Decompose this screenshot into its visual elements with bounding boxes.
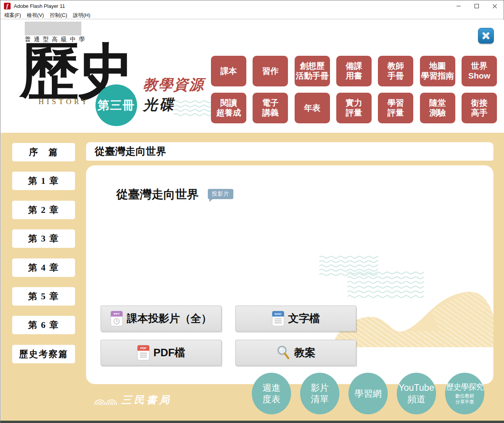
publisher-name: 三民書局 [121, 393, 172, 407]
minimize-icon [456, 6, 461, 6]
weekly-progress-link[interactable]: 週進 度表 [252, 373, 291, 414]
section-heading-bar: 從臺灣走向世界 [86, 142, 493, 161]
tagline-resources: 教學資源 [143, 75, 204, 95]
slides-tag: 投影片 [208, 189, 233, 199]
sidebar-item-ch3[interactable]: 第 3 章 [12, 229, 75, 248]
wave-decoration-icon [174, 99, 215, 117]
sidebar-item-intro[interactable]: 序 篇 [12, 143, 75, 161]
ppt-file-icon: PPT [110, 311, 123, 326]
nav-world-show[interactable]: 世界 Show [462, 56, 497, 86]
sanmin-arches-icon [94, 395, 118, 405]
pdf-file-button[interactable]: PDF PDF檔 [101, 340, 222, 366]
section-heading: 從臺灣走向世界 [95, 145, 166, 158]
nav-lesson-prep-book[interactable]: 備課 用書 [336, 56, 372, 86]
close-app-x-icon [480, 30, 491, 41]
svg-text:PPT: PPT [114, 312, 120, 316]
file-buttons: PPT 課本投影片（全） DOC 文字檔 [101, 306, 356, 366]
magnifier-icon [276, 345, 290, 360]
slides-all-button[interactable]: PPT 課本投影片（全） [101, 306, 222, 331]
window-controls [449, 0, 504, 11]
doc-file-icon: DOC [272, 311, 284, 326]
nav-reading-training[interactable]: 閱讀 超養成 [211, 93, 246, 123]
title-bar: f Adobe Flash Player 11 [0, 0, 504, 11]
youtube-channel-link[interactable]: YouTube 頻道 [397, 373, 436, 414]
nav-e-lecture-notes[interactable]: 電子 講義 [253, 93, 288, 123]
svg-text:DOC: DOC [275, 312, 282, 316]
nav-bridging-master[interactable]: 銜接 高手 [462, 93, 497, 123]
menu-bar: 檔案(F) 檢視(V) 控制(C) 說明(H) [0, 11, 504, 19]
close-app-button[interactable] [478, 28, 494, 44]
publisher-logo: 三民書局 [94, 393, 172, 407]
menu-control[interactable]: 控制(C) [50, 12, 67, 19]
text-file-button[interactable]: DOC 文字檔 [235, 306, 356, 331]
window-title: Adobe Flash Player 11 [14, 3, 65, 9]
nav-map-study-guide[interactable]: 地圖 學習指南 [420, 56, 455, 86]
sidebar-item-field-study[interactable]: 歷史考察篇 [12, 345, 75, 363]
nav-chronology[interactable]: 年表 [295, 93, 330, 123]
video-list-link[interactable]: 影片 清單 [300, 373, 339, 414]
sidebar-item-ch5[interactable]: 第 5 章 [12, 287, 75, 306]
publisher-logo-placeholder [25, 22, 81, 35]
pdf-file-label: PDF檔 [154, 346, 185, 360]
history-inquiry-platform-link[interactable]: 歷史學探究 數位教材 分享平臺 [445, 373, 484, 414]
subject-logo-english: HISTORY [38, 97, 90, 106]
pdf-file-icon: PDF [137, 345, 150, 361]
sidebar-item-ch4[interactable]: 第 4 章 [12, 258, 75, 277]
nav-ability-assessment[interactable]: 實力 評量 [336, 93, 372, 123]
menu-file[interactable]: 檔案(F) [4, 12, 21, 19]
nav-workbook[interactable]: 習作 [253, 56, 288, 86]
flash-player-window: f Adobe Flash Player 11 檔案(F) 檢視(V) 控制(C… [0, 0, 504, 423]
close-icon [493, 4, 497, 8]
nav-quiz[interactable]: 隨堂 測驗 [420, 93, 455, 123]
lesson-plan-button[interactable]: 教案 [235, 340, 356, 366]
volume-badge: 第三冊 [95, 84, 137, 126]
nav-textbook[interactable]: 課本 [211, 56, 246, 86]
footer-links: 週進 度表 影片 清單 學習網 YouTube 頻道 歷史學探究 數位教材 分享… [252, 373, 484, 414]
resource-nav: 課本 習作 創想歷 活動手冊 備課 用書 教師 手冊 地圖 學習指南 世界 Sh… [211, 56, 497, 123]
nav-activity-handbook[interactable]: 創想歷 活動手冊 [295, 56, 330, 86]
unit-title: 從臺灣走向世界 [116, 187, 199, 203]
nav-learning-assessment[interactable]: 學習 評量 [378, 93, 413, 123]
tagline-disc: 光碟 [143, 95, 175, 115]
chapter-sidebar: 序 篇 第 1 章 第 2 章 第 3 章 第 4 章 第 5 章 第 6 章 … [12, 143, 75, 363]
menu-view[interactable]: 檢視(V) [27, 12, 44, 19]
slides-all-label: 課本投影片（全） [127, 311, 212, 326]
maximize-button[interactable] [467, 0, 486, 11]
lesson-plan-label: 教案 [294, 346, 315, 360]
minimize-button[interactable] [449, 0, 467, 11]
header: 普通型高級中學 歷史 HISTORY 第三冊 教學資源 光碟 課本 習作 創想歷… [1, 20, 504, 133]
svg-text:PDF: PDF [140, 346, 147, 350]
learning-site-link[interactable]: 學習網 [348, 373, 388, 414]
nav-teacher-manual[interactable]: 教師 手冊 [378, 56, 413, 86]
sidebar-item-ch1[interactable]: 第 1 章 [12, 172, 75, 190]
bottom-border [0, 421, 504, 423]
content-panel: 從臺灣走向世界 投影片 [86, 165, 493, 384]
text-file-label: 文字檔 [288, 311, 320, 326]
close-button[interactable] [486, 0, 504, 11]
menu-help[interactable]: 說明(H) [73, 12, 90, 19]
flash-player-icon: f [4, 3, 11, 9]
sidebar-item-ch2[interactable]: 第 2 章 [12, 201, 75, 219]
maximize-icon [475, 4, 479, 8]
sidebar-item-ch6[interactable]: 第 6 章 [12, 316, 75, 334]
